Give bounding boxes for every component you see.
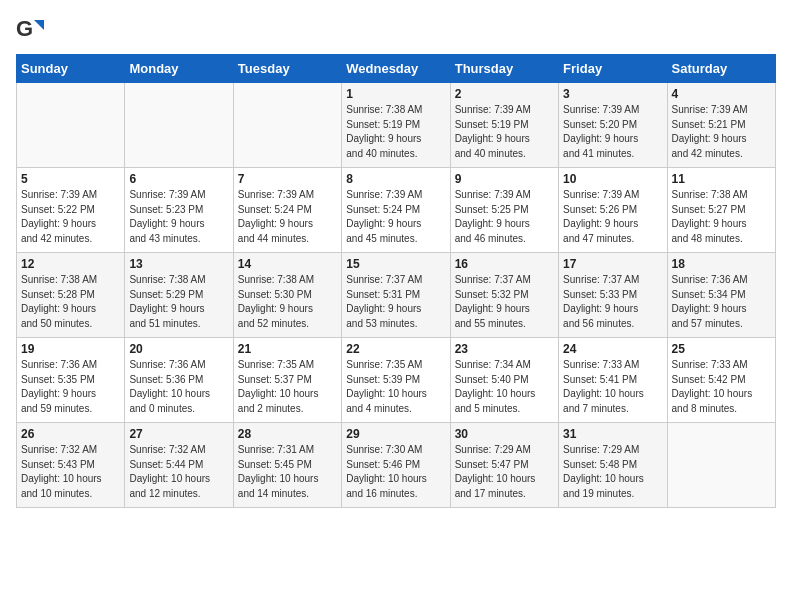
weekday-header-row: SundayMondayTuesdayWednesdayThursdayFrid… bbox=[17, 55, 776, 83]
calendar-cell: 24Sunrise: 7:33 AM Sunset: 5:41 PM Dayli… bbox=[559, 338, 667, 423]
day-info: Sunrise: 7:39 AM Sunset: 5:20 PM Dayligh… bbox=[563, 103, 662, 161]
calendar-cell: 19Sunrise: 7:36 AM Sunset: 5:35 PM Dayli… bbox=[17, 338, 125, 423]
calendar-cell: 10Sunrise: 7:39 AM Sunset: 5:26 PM Dayli… bbox=[559, 168, 667, 253]
day-number: 18 bbox=[672, 257, 771, 271]
calendar-cell: 30Sunrise: 7:29 AM Sunset: 5:47 PM Dayli… bbox=[450, 423, 558, 508]
weekday-header-monday: Monday bbox=[125, 55, 233, 83]
calendar-cell: 3Sunrise: 7:39 AM Sunset: 5:20 PM Daylig… bbox=[559, 83, 667, 168]
day-number: 11 bbox=[672, 172, 771, 186]
calendar-cell: 22Sunrise: 7:35 AM Sunset: 5:39 PM Dayli… bbox=[342, 338, 450, 423]
day-info: Sunrise: 7:30 AM Sunset: 5:46 PM Dayligh… bbox=[346, 443, 445, 501]
day-number: 21 bbox=[238, 342, 337, 356]
day-number: 9 bbox=[455, 172, 554, 186]
calendar-cell: 12Sunrise: 7:38 AM Sunset: 5:28 PM Dayli… bbox=[17, 253, 125, 338]
calendar-cell: 14Sunrise: 7:38 AM Sunset: 5:30 PM Dayli… bbox=[233, 253, 341, 338]
day-info: Sunrise: 7:35 AM Sunset: 5:39 PM Dayligh… bbox=[346, 358, 445, 416]
day-number: 1 bbox=[346, 87, 445, 101]
day-number: 4 bbox=[672, 87, 771, 101]
calendar-cell: 27Sunrise: 7:32 AM Sunset: 5:44 PM Dayli… bbox=[125, 423, 233, 508]
calendar-cell bbox=[233, 83, 341, 168]
calendar-cell: 29Sunrise: 7:30 AM Sunset: 5:46 PM Dayli… bbox=[342, 423, 450, 508]
calendar-cell: 2Sunrise: 7:39 AM Sunset: 5:19 PM Daylig… bbox=[450, 83, 558, 168]
day-info: Sunrise: 7:29 AM Sunset: 5:48 PM Dayligh… bbox=[563, 443, 662, 501]
day-info: Sunrise: 7:37 AM Sunset: 5:31 PM Dayligh… bbox=[346, 273, 445, 331]
calendar-cell: 17Sunrise: 7:37 AM Sunset: 5:33 PM Dayli… bbox=[559, 253, 667, 338]
svg-text:G: G bbox=[16, 16, 33, 41]
day-number: 12 bbox=[21, 257, 120, 271]
day-info: Sunrise: 7:29 AM Sunset: 5:47 PM Dayligh… bbox=[455, 443, 554, 501]
weekday-header-wednesday: Wednesday bbox=[342, 55, 450, 83]
day-info: Sunrise: 7:38 AM Sunset: 5:30 PM Dayligh… bbox=[238, 273, 337, 331]
day-number: 2 bbox=[455, 87, 554, 101]
weekday-header-sunday: Sunday bbox=[17, 55, 125, 83]
calendar-cell: 26Sunrise: 7:32 AM Sunset: 5:43 PM Dayli… bbox=[17, 423, 125, 508]
calendar-cell: 7Sunrise: 7:39 AM Sunset: 5:24 PM Daylig… bbox=[233, 168, 341, 253]
day-info: Sunrise: 7:37 AM Sunset: 5:32 PM Dayligh… bbox=[455, 273, 554, 331]
day-number: 25 bbox=[672, 342, 771, 356]
day-info: Sunrise: 7:36 AM Sunset: 5:34 PM Dayligh… bbox=[672, 273, 771, 331]
day-number: 22 bbox=[346, 342, 445, 356]
calendar-cell: 6Sunrise: 7:39 AM Sunset: 5:23 PM Daylig… bbox=[125, 168, 233, 253]
calendar-week-row: 26Sunrise: 7:32 AM Sunset: 5:43 PM Dayli… bbox=[17, 423, 776, 508]
calendar-cell: 1Sunrise: 7:38 AM Sunset: 5:19 PM Daylig… bbox=[342, 83, 450, 168]
calendar-cell: 23Sunrise: 7:34 AM Sunset: 5:40 PM Dayli… bbox=[450, 338, 558, 423]
day-info: Sunrise: 7:39 AM Sunset: 5:22 PM Dayligh… bbox=[21, 188, 120, 246]
calendar-cell: 13Sunrise: 7:38 AM Sunset: 5:29 PM Dayli… bbox=[125, 253, 233, 338]
day-number: 3 bbox=[563, 87, 662, 101]
calendar-cell: 5Sunrise: 7:39 AM Sunset: 5:22 PM Daylig… bbox=[17, 168, 125, 253]
day-info: Sunrise: 7:31 AM Sunset: 5:45 PM Dayligh… bbox=[238, 443, 337, 501]
calendar-cell: 9Sunrise: 7:39 AM Sunset: 5:25 PM Daylig… bbox=[450, 168, 558, 253]
calendar-week-row: 1Sunrise: 7:38 AM Sunset: 5:19 PM Daylig… bbox=[17, 83, 776, 168]
calendar-week-row: 12Sunrise: 7:38 AM Sunset: 5:28 PM Dayli… bbox=[17, 253, 776, 338]
day-info: Sunrise: 7:39 AM Sunset: 5:24 PM Dayligh… bbox=[238, 188, 337, 246]
day-number: 17 bbox=[563, 257, 662, 271]
day-number: 6 bbox=[129, 172, 228, 186]
logo-icon: G bbox=[16, 16, 44, 44]
calendar-cell: 21Sunrise: 7:35 AM Sunset: 5:37 PM Dayli… bbox=[233, 338, 341, 423]
calendar-cell bbox=[125, 83, 233, 168]
calendar-week-row: 5Sunrise: 7:39 AM Sunset: 5:22 PM Daylig… bbox=[17, 168, 776, 253]
weekday-header-friday: Friday bbox=[559, 55, 667, 83]
day-number: 23 bbox=[455, 342, 554, 356]
calendar-cell: 4Sunrise: 7:39 AM Sunset: 5:21 PM Daylig… bbox=[667, 83, 775, 168]
header: G bbox=[16, 16, 776, 44]
day-info: Sunrise: 7:39 AM Sunset: 5:21 PM Dayligh… bbox=[672, 103, 771, 161]
day-info: Sunrise: 7:35 AM Sunset: 5:37 PM Dayligh… bbox=[238, 358, 337, 416]
calendar-cell: 25Sunrise: 7:33 AM Sunset: 5:42 PM Dayli… bbox=[667, 338, 775, 423]
day-number: 28 bbox=[238, 427, 337, 441]
day-number: 31 bbox=[563, 427, 662, 441]
calendar-cell: 15Sunrise: 7:37 AM Sunset: 5:31 PM Dayli… bbox=[342, 253, 450, 338]
day-number: 20 bbox=[129, 342, 228, 356]
weekday-header-tuesday: Tuesday bbox=[233, 55, 341, 83]
day-info: Sunrise: 7:39 AM Sunset: 5:23 PM Dayligh… bbox=[129, 188, 228, 246]
calendar-cell: 28Sunrise: 7:31 AM Sunset: 5:45 PM Dayli… bbox=[233, 423, 341, 508]
calendar-cell: 11Sunrise: 7:38 AM Sunset: 5:27 PM Dayli… bbox=[667, 168, 775, 253]
day-info: Sunrise: 7:38 AM Sunset: 5:28 PM Dayligh… bbox=[21, 273, 120, 331]
calendar-cell bbox=[17, 83, 125, 168]
day-number: 14 bbox=[238, 257, 337, 271]
day-number: 19 bbox=[21, 342, 120, 356]
day-number: 29 bbox=[346, 427, 445, 441]
calendar-week-row: 19Sunrise: 7:36 AM Sunset: 5:35 PM Dayli… bbox=[17, 338, 776, 423]
day-number: 16 bbox=[455, 257, 554, 271]
weekday-header-thursday: Thursday bbox=[450, 55, 558, 83]
day-info: Sunrise: 7:39 AM Sunset: 5:19 PM Dayligh… bbox=[455, 103, 554, 161]
weekday-header-saturday: Saturday bbox=[667, 55, 775, 83]
day-number: 5 bbox=[21, 172, 120, 186]
calendar-cell: 20Sunrise: 7:36 AM Sunset: 5:36 PM Dayli… bbox=[125, 338, 233, 423]
day-number: 8 bbox=[346, 172, 445, 186]
day-info: Sunrise: 7:38 AM Sunset: 5:19 PM Dayligh… bbox=[346, 103, 445, 161]
page-container: G SundayMondayTuesdayWednesdayThursdayFr… bbox=[0, 0, 792, 518]
day-info: Sunrise: 7:33 AM Sunset: 5:42 PM Dayligh… bbox=[672, 358, 771, 416]
day-number: 26 bbox=[21, 427, 120, 441]
day-number: 30 bbox=[455, 427, 554, 441]
day-number: 27 bbox=[129, 427, 228, 441]
day-info: Sunrise: 7:37 AM Sunset: 5:33 PM Dayligh… bbox=[563, 273, 662, 331]
calendar-cell: 31Sunrise: 7:29 AM Sunset: 5:48 PM Dayli… bbox=[559, 423, 667, 508]
day-info: Sunrise: 7:32 AM Sunset: 5:43 PM Dayligh… bbox=[21, 443, 120, 501]
day-info: Sunrise: 7:39 AM Sunset: 5:25 PM Dayligh… bbox=[455, 188, 554, 246]
logo: G bbox=[16, 16, 46, 44]
day-number: 15 bbox=[346, 257, 445, 271]
calendar-cell: 16Sunrise: 7:37 AM Sunset: 5:32 PM Dayli… bbox=[450, 253, 558, 338]
day-number: 13 bbox=[129, 257, 228, 271]
